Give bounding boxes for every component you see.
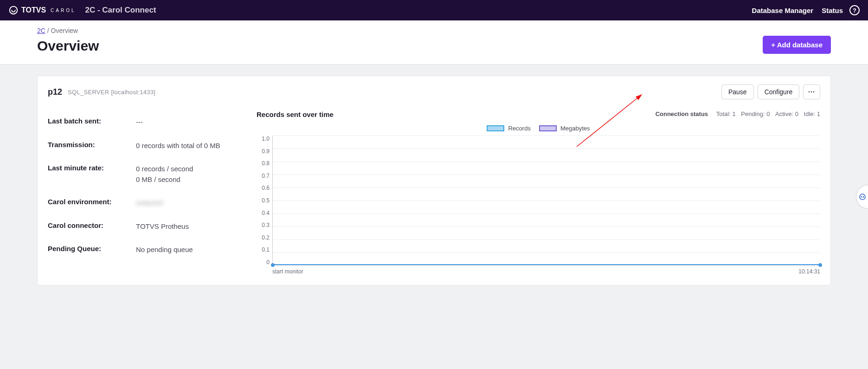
- svg-point-3: [861, 196, 862, 197]
- stat-value: No pending queue: [136, 245, 193, 255]
- page-title: Overview: [37, 38, 831, 54]
- chart-column: Records sent over time Connection status…: [257, 110, 820, 275]
- stat-label: Last minute rate:: [48, 164, 136, 185]
- svg-point-0: [10, 6, 18, 14]
- totvs-logo-icon: [8, 5, 19, 15]
- grid-line: [273, 227, 820, 227]
- help-icon[interactable]: ?: [849, 5, 860, 15]
- breadcrumb-root-link[interactable]: 2C: [37, 27, 45, 34]
- stat-value: ---: [136, 117, 143, 128]
- breadcrumb-sep: /: [45, 27, 51, 34]
- stat-value-line1: 0 records / second: [136, 164, 193, 175]
- database-type: SQL_SERVER: [68, 89, 109, 96]
- grid-line: [273, 188, 820, 188]
- breadcrumb-current: Overview: [51, 27, 78, 34]
- stat-label: Pending Queue:: [48, 245, 136, 255]
- grid-line: [273, 149, 820, 149]
- stat-label: Carol connector:: [48, 221, 136, 232]
- swatch-records: [487, 125, 504, 131]
- stat-last-batch: Last batch sent: ---: [48, 110, 247, 134]
- point-start: [271, 263, 275, 267]
- stat-value: redacted: [136, 198, 163, 208]
- chat-icon: [858, 193, 867, 201]
- swatch-megabytes: [539, 125, 557, 131]
- y-tick: 0.4: [257, 210, 270, 216]
- legend-records[interactable]: Records: [487, 125, 530, 132]
- grid-line: [273, 201, 820, 201]
- grid-line: [273, 162, 820, 162]
- conn-total: Total: 1: [716, 110, 736, 117]
- y-tick: 0.6: [257, 185, 270, 191]
- nav-database-manager[interactable]: Database Manager: [752, 6, 814, 14]
- brand-logo[interactable]: TOTVS CAROL: [8, 5, 76, 15]
- breadcrumb: 2C / Overview: [37, 27, 831, 34]
- stat-value: TOTVS Protheus: [136, 221, 189, 232]
- y-tick: 0.1: [257, 246, 270, 253]
- nav-status[interactable]: Status: [822, 6, 843, 14]
- database-name: p12: [48, 87, 62, 97]
- stat-label: Carol environment:: [48, 198, 136, 208]
- grid-line: [273, 136, 820, 136]
- stat-pending-queue: Pending Queue: No pending queue: [48, 238, 247, 262]
- stat-carol-environment: Carol environment: redacted: [48, 191, 247, 215]
- grid-line: [273, 252, 820, 253]
- database-card: p12 SQL_SERVER [localhost:1433] Pause Co…: [37, 76, 831, 285]
- stat-label: Transmission:: [48, 141, 136, 151]
- brand-text: TOTVS: [21, 6, 46, 14]
- x-axis: start monitor 10:14:31: [272, 268, 820, 275]
- database-host: [localhost:1433]: [111, 89, 155, 96]
- add-database-button[interactable]: + Add database: [763, 36, 831, 54]
- chart-header: Records sent over time Connection status…: [257, 110, 820, 118]
- pause-button[interactable]: Pause: [721, 84, 754, 99]
- conn-idle: Idle: 1: [804, 110, 820, 117]
- y-tick: 0.3: [257, 222, 270, 228]
- stat-value: 0 records / second 0 MB / second: [136, 164, 193, 185]
- app-title: 2C - Carol Connect: [85, 6, 156, 15]
- stats-column: Last batch sent: --- Transmission: 0 rec…: [48, 110, 257, 275]
- page-header: 2C / Overview Overview + Add database: [0, 20, 868, 65]
- card-header: p12 SQL_SERVER [localhost:1433] Pause Co…: [38, 76, 830, 107]
- line-records: [273, 264, 820, 265]
- env-blurred-value: redacted: [136, 199, 163, 207]
- svg-point-4: [863, 196, 864, 197]
- svg-point-2: [860, 194, 865, 200]
- stat-label: Last batch sent:: [48, 117, 136, 128]
- content-container: p12 SQL_SERVER [localhost:1433] Pause Co…: [0, 65, 868, 304]
- point-end: [818, 263, 822, 267]
- conn-status-label: Connection status: [656, 110, 708, 117]
- more-actions-button[interactable]: ···: [803, 84, 820, 99]
- y-tick: 0.7: [257, 173, 270, 179]
- stat-carol-connector: Carol connector: TOTVS Protheus: [48, 215, 247, 239]
- brand-subtext: CAROL: [51, 8, 76, 13]
- y-tick: 0.8: [257, 160, 270, 167]
- y-tick: 1.0: [257, 136, 270, 142]
- legend-megabytes[interactable]: Megabytes: [539, 125, 590, 132]
- conn-pending: Pending: 0: [741, 110, 770, 117]
- y-tick: 0.9: [257, 148, 270, 155]
- connection-status: Connection status Total: 1 Pending: 0 Ac…: [656, 110, 820, 117]
- chart-title: Records sent over time: [257, 110, 334, 118]
- stat-value-line2: 0 MB / second: [136, 175, 193, 185]
- y-tick: 0: [257, 259, 270, 265]
- y-tick: 0.5: [257, 197, 270, 204]
- stat-last-minute-rate: Last minute rate: 0 records / second 0 M…: [48, 157, 247, 191]
- database-meta: SQL_SERVER [localhost:1433]: [68, 89, 155, 96]
- card-body: Last batch sent: --- Transmission: 0 rec…: [38, 107, 830, 285]
- topbar: TOTVS CAROL 2C - Carol Connect Database …: [0, 0, 868, 20]
- x-tick-end: 10:14:31: [798, 268, 820, 275]
- plot-wrap: 1.00.90.80.70.60.50.40.30.20.10: [257, 136, 820, 265]
- y-axis: 1.00.90.80.70.60.50.40.30.20.10: [257, 136, 272, 265]
- y-tick: 0.2: [257, 234, 270, 241]
- conn-active: Active: 0: [775, 110, 798, 117]
- grid-line: [273, 175, 820, 175]
- configure-button[interactable]: Configure: [758, 84, 800, 99]
- stat-value: 0 records with total of 0 MB: [136, 141, 220, 151]
- x-tick-start: start monitor: [272, 268, 303, 275]
- grid-line: [273, 214, 820, 214]
- stat-transmission: Transmission: 0 records with total of 0 …: [48, 134, 247, 158]
- plot-area: [272, 136, 820, 265]
- chart-legend: Records Megabytes: [257, 125, 820, 132]
- grid-line: [273, 240, 820, 240]
